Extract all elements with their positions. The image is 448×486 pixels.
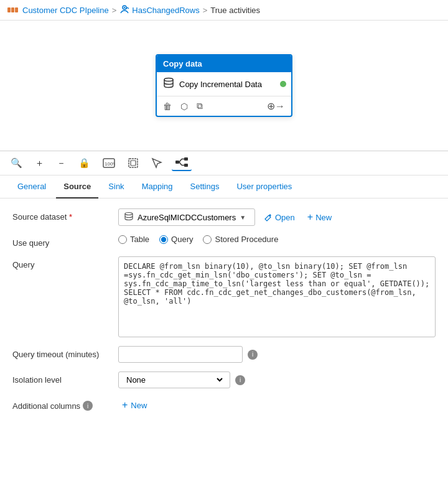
- dropdown-arrow: ▼: [240, 214, 246, 221]
- additional-columns-row: Additional columns i + New: [12, 397, 436, 413]
- breadcrumb-pipeline[interactable]: Customer CDC PIpeline: [22, 6, 109, 15]
- dataset-db-icon: [124, 212, 134, 223]
- query-timeout-input[interactable]: [118, 346, 243, 363]
- tab-sink[interactable]: Sink: [101, 175, 131, 199]
- radio-table-input[interactable]: [118, 235, 127, 244]
- isolation-level-label: Isolation level: [12, 372, 112, 385]
- breadcrumb-sep2: >: [203, 6, 208, 15]
- source-dataset-value: AzureSqlMICDCCustomers: [138, 213, 236, 222]
- changed-rows-icon: [119, 5, 129, 15]
- tabs: General Source Sink Mapping Settings Use…: [0, 175, 448, 199]
- select-icon: [151, 157, 162, 169]
- activity-icon-2[interactable]: ⬡: [180, 101, 188, 111]
- svg-point-4: [124, 7, 125, 8]
- radio-table[interactable]: Table: [118, 235, 149, 244]
- source-dataset-control: AzureSqlMICDCCustomers ▼ Open + New: [118, 208, 436, 226]
- tab-settings[interactable]: Settings: [183, 175, 227, 199]
- source-dataset-dropdown[interactable]: AzureSqlMICDCCustomers ▼: [118, 208, 255, 226]
- svg-rect-8: [129, 159, 138, 167]
- isolation-level-control: None Read Committed Read Uncommitted Rep…: [118, 372, 436, 388]
- svg-rect-1: [11, 7, 14, 12]
- isolation-level-row: Isolation level None Read Committed Read…: [12, 372, 436, 388]
- query-timeout-row: Query timeout (minutes) i: [12, 346, 436, 363]
- svg-line-14: [179, 162, 182, 166]
- search-button[interactable]: 🔍: [7, 156, 26, 171]
- tab-mapping[interactable]: Mapping: [134, 175, 180, 199]
- additional-columns-label: Additional columns i: [12, 397, 112, 411]
- canvas: Copy data Copy Incremental Data 🗑 ⬡ ⧉ ⊕→: [0, 21, 448, 151]
- database-icon: [163, 77, 174, 91]
- svg-rect-9: [131, 161, 136, 166]
- activity-node-header: Copy data: [157, 55, 291, 72]
- query-timeout-control: i: [118, 346, 436, 363]
- activity-node-actions: 🗑 ⬡ ⧉ ⊕→: [157, 96, 291, 116]
- hierarchy-button[interactable]: [172, 155, 192, 171]
- select-button[interactable]: [148, 156, 166, 171]
- svg-rect-10: [175, 161, 179, 164]
- svg-point-5: [164, 78, 173, 82]
- source-dataset-row: Source dataset * AzureSqlMICDCCustomers …: [12, 208, 436, 226]
- activity-status-dot: [280, 81, 286, 87]
- activity-node-body: Copy Incremental Data: [157, 72, 291, 96]
- tab-user-properties[interactable]: User properties: [229, 175, 299, 199]
- zoom-icon: 100%: [103, 158, 115, 168]
- radio-stored-procedure-label: Stored Procedure: [215, 235, 278, 244]
- query-timeout-info-icon: i: [248, 350, 258, 360]
- svg-text:100%: 100%: [105, 161, 115, 167]
- zoom-button[interactable]: 100%: [100, 156, 118, 170]
- tab-source[interactable]: Source: [56, 175, 98, 199]
- lock-button[interactable]: 🔒: [75, 156, 93, 171]
- activity-label: Copy Incremental Data: [179, 80, 262, 89]
- breadcrumb-page: True activities: [210, 6, 260, 15]
- svg-rect-11: [184, 157, 188, 161]
- isolation-level-info-icon: i: [235, 375, 245, 385]
- use-query-radio-group: Table Query Stored Procedure: [118, 235, 278, 244]
- query-row: Query DECLARE @from_lsn binary(10), @to_…: [12, 256, 436, 337]
- query-label: Query: [12, 256, 112, 269]
- query-timeout-label: Query timeout (minutes): [12, 346, 112, 359]
- add-icon: +: [122, 400, 128, 411]
- radio-query[interactable]: Query: [159, 235, 193, 244]
- delete-icon[interactable]: 🗑: [163, 101, 172, 111]
- hierarchy-icon: [175, 157, 189, 168]
- svg-rect-12: [184, 164, 188, 167]
- use-query-row: Use query Table Query Stored Procedure: [12, 235, 436, 248]
- activity-node[interactable]: Copy data Copy Incremental Data 🗑 ⬡ ⧉ ⊕→: [156, 54, 292, 117]
- edit-icon: [264, 213, 273, 222]
- properties-panel: Source dataset * AzureSqlMICDCCustomers …: [0, 199, 448, 423]
- add-button[interactable]: ＋: [32, 156, 47, 171]
- open-dataset-button[interactable]: Open: [260, 210, 299, 225]
- required-star: *: [69, 212, 72, 222]
- query-control: DECLARE @from_lsn binary(10), @to_lsn bi…: [118, 256, 436, 337]
- radio-table-label: Table: [130, 235, 149, 244]
- breadcrumb-sep1: >: [112, 6, 117, 15]
- additional-columns-info-icon: i: [83, 401, 93, 411]
- toolbar: 🔍 ＋ － 🔒 100%: [0, 151, 448, 175]
- radio-stored-procedure-input[interactable]: [203, 235, 212, 244]
- arrow-icon[interactable]: ⊕→: [267, 100, 285, 112]
- add-new-column-button[interactable]: + New: [118, 397, 151, 413]
- radio-stored-procedure[interactable]: Stored Procedure: [203, 235, 278, 244]
- use-query-label: Use query: [12, 235, 112, 248]
- remove-button[interactable]: －: [54, 156, 69, 171]
- pipeline-icon: [7, 5, 19, 15]
- copy-icon[interactable]: ⧉: [197, 101, 203, 111]
- fit-icon: [128, 157, 139, 169]
- svg-rect-0: [7, 7, 11, 12]
- svg-point-17: [125, 213, 133, 215]
- breadcrumb-activity[interactable]: HasChangedRows: [132, 6, 199, 15]
- radio-query-input[interactable]: [159, 235, 168, 244]
- use-query-control: Table Query Stored Procedure: [118, 235, 436, 244]
- svg-line-13: [179, 159, 182, 162]
- additional-columns-control: + New: [118, 397, 436, 413]
- svg-rect-2: [15, 7, 18, 12]
- new-dataset-button[interactable]: + New: [304, 209, 335, 225]
- query-textarea[interactable]: DECLARE @from_lsn binary(10), @to_lsn bi…: [118, 256, 436, 337]
- tab-general[interactable]: General: [10, 175, 54, 199]
- breadcrumb: Customer CDC PIpeline > HasChangedRows >…: [0, 0, 448, 21]
- isolation-level-select[interactable]: None Read Committed Read Uncommitted Rep…: [124, 375, 225, 385]
- source-dataset-label: Source dataset *: [12, 208, 112, 222]
- fit-button[interactable]: [124, 156, 142, 171]
- isolation-level-dropdown[interactable]: None Read Committed Read Uncommitted Rep…: [118, 372, 230, 388]
- radio-query-label: Query: [171, 235, 193, 244]
